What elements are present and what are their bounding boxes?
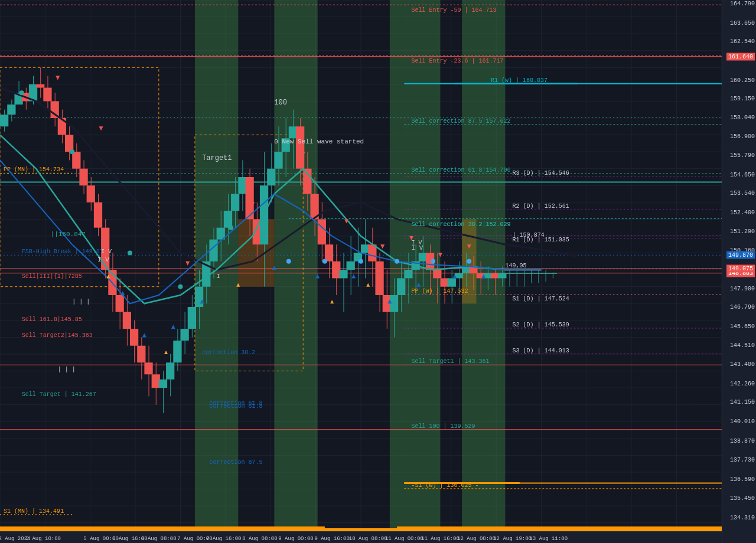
price-tick: 158.040 <box>730 114 755 120</box>
time-tick: 9 Aug 16:00 <box>314 536 349 542</box>
price-tick-red: 149.075 <box>726 265 755 273</box>
price-tick: 138.870 <box>730 437 755 444</box>
price-tick: 164.790 <box>730 1 755 7</box>
price-tick: 147.900 <box>730 285 755 292</box>
time-tick: 10 Aug 08:00 <box>349 536 387 542</box>
price-tick: 146.790 <box>730 304 755 310</box>
price-tick: 134.310 <box>730 514 755 521</box>
price-tick: 137.730 <box>730 457 755 463</box>
price-tick: 163.650 <box>730 19 755 26</box>
price-tick: 145.650 <box>730 323 755 329</box>
price-tick: 156.900 <box>730 133 755 140</box>
price-tick: 155.790 <box>730 152 755 159</box>
main-chart-canvas <box>0 0 756 543</box>
time-tick: 9 Aug 00:00 <box>278 536 313 542</box>
price-tick: 162.540 <box>730 38 755 45</box>
price-tick: 140.010 <box>730 418 755 425</box>
price-tick: 161.640 <box>726 53 755 61</box>
price-tick: 154.650 <box>730 171 755 178</box>
time-tick: 8 Aug 08:00 <box>242 536 277 542</box>
price-tick: 160.250 <box>730 77 755 83</box>
time-tick: 6 Aug 08:00 <box>141 536 176 542</box>
time-tick: 11 Aug 16:00 <box>421 536 460 542</box>
time-tick: 11 Aug 00:00 <box>385 536 423 542</box>
price-tick: 153.540 <box>730 190 755 197</box>
price-axis: 164.790163.650162.540161.640160.250159.1… <box>722 0 756 543</box>
price-tick: 151.290 <box>730 228 755 234</box>
time-axis: 2 Aug 20243 Aug 10:005 Aug 00:005 Aug 16… <box>0 531 722 543</box>
chart-container: 164.790163.650162.540161.640160.250159.1… <box>0 0 756 543</box>
price-tick: 143.400 <box>730 361 755 368</box>
price-tick: 142.260 <box>730 380 755 387</box>
price-tick: 152.400 <box>730 210 755 216</box>
time-tick: 13 Aug 11:00 <box>529 536 568 542</box>
time-tick: 7 Aug 16:00 <box>206 536 241 542</box>
time-tick: 12 Aug 08:00 <box>457 536 496 542</box>
price-tick: 149.870 <box>726 251 755 259</box>
price-tick: 141.150 <box>730 399 755 405</box>
time-tick: 3 Aug 10:00 <box>26 536 61 542</box>
price-tick: 135.450 <box>730 495 755 502</box>
price-tick: 144.510 <box>730 342 755 349</box>
price-tick: 136.590 <box>730 476 755 482</box>
time-tick: 12 Aug 19:00 <box>493 536 532 542</box>
price-tick: 159.150 <box>730 96 755 102</box>
